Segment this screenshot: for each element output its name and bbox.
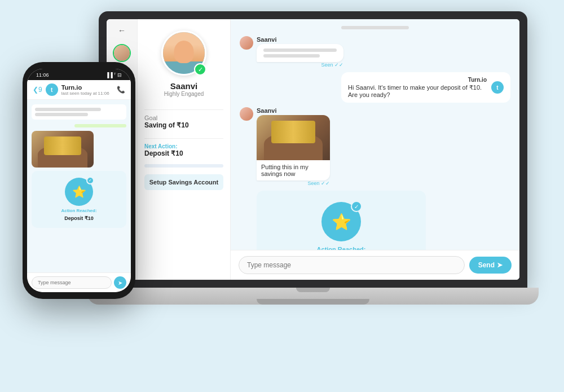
laptop-screen: ← ✓ Saanvi H: [107, 19, 519, 280]
profile-status: Highly Engaged: [164, 91, 204, 97]
star-shape: ⭐: [332, 213, 351, 231]
checkmark-badge: ✓: [351, 201, 362, 212]
msg-bubble-1: [257, 44, 343, 62]
profile-panel: ✓ Saanvi Highly Engaged Goal Saving of ₹…: [138, 19, 231, 280]
profile-name: Saanvi: [170, 81, 197, 91]
image-caption: Putting this in my savings now: [257, 160, 330, 180]
phone: 11:06 ▐▐ ᵀ ⊟ ❮9 t Turn.io last seen toda…: [23, 62, 135, 299]
phone-action-label: Action Reached:: [61, 208, 96, 213]
phone-message-input[interactable]: [32, 276, 112, 289]
divider-2: [144, 138, 223, 139]
phone-action-value: Deposit ₹10: [64, 215, 94, 221]
message-row-2: Turn.io Hi Saanvi. It's timer to make yo…: [240, 72, 510, 103]
phone-app-name: Turn.io: [61, 84, 113, 91]
message-row-3: Saanvi Putting this in my savings now Se…: [240, 107, 510, 186]
send-button[interactable]: Send ➤: [469, 257, 512, 274]
phone-status-bar: 11:06 ▐▐ ᵀ ⊟: [27, 69, 131, 80]
msg-sender-3: Saanvi: [257, 107, 330, 114]
turn-logo-phone: t: [46, 83, 58, 96]
laptop-body: ← ✓ Saanvi H: [99, 11, 527, 288]
chat-messages: Saanvi Seen ✓✓ Turn.io: [231, 19, 519, 250]
phone-send-button[interactable]: ➤: [114, 276, 126, 289]
turn-msg-text: Hi Saanvi. It's timer to make your depos…: [348, 84, 487, 98]
chat-input-bar: Send ➤: [231, 250, 519, 280]
divider-1: [144, 109, 223, 110]
message-input[interactable]: [239, 256, 465, 274]
saanvi-avatar-2: [240, 107, 253, 121]
phone-star-shape: ⭐: [72, 185, 86, 199]
phone-money-image: [32, 131, 94, 168]
phone-placeholder-2: [35, 113, 88, 116]
phone-hands-money: [32, 131, 94, 168]
phone-messages: ⭐ ✓ Action Reached: Deposit ₹10: [27, 100, 131, 272]
action-reached-label: Action Reached:: [317, 246, 366, 250]
phone-input-bar: ➤: [27, 272, 131, 292]
turn-message-bubble: Turn.io Hi Saanvi. It's timer to make yo…: [341, 72, 510, 103]
message-row-1: Saanvi Seen ✓✓: [240, 36, 510, 68]
msg-seen-1: Seen ✓✓: [257, 62, 343, 68]
phone-header: ❮9 t Turn.io last seen today at 11:06 📞: [27, 80, 131, 100]
image-bubble: Putting this in my savings now: [257, 115, 330, 180]
phone-sent-placeholder: [74, 124, 126, 127]
next-action-label: Next Action:: [144, 143, 178, 149]
next-action-value: Deposit ₹10: [144, 149, 183, 157]
goal-label: Goal: [144, 114, 157, 121]
money-image: [257, 115, 330, 160]
phone-checkmark: ✓: [86, 177, 94, 184]
star-achievement-icon: ⭐ ✓: [321, 202, 361, 241]
msg-seen-3: Seen ✓✓: [257, 180, 330, 186]
phone-time: 11:06: [36, 72, 49, 78]
setup-savings-button[interactable]: Setup Savings Account: [144, 174, 223, 190]
phone-header-text: Turn.io last seen today at 11:06: [61, 84, 113, 96]
contact-avatar-1[interactable]: [113, 44, 131, 62]
action-reached-bubble: ⭐ ✓ Action Reached: Deposit ₹10: [257, 191, 426, 250]
phone-back-icon[interactable]: ❮9: [33, 86, 42, 94]
phone-image-bubble: [32, 131, 94, 168]
profile-photo-wrapper: ✓: [161, 30, 206, 76]
hands-money-graphic: [257, 115, 330, 160]
phone-star-icon: ⭐ ✓: [65, 178, 93, 206]
back-arrow-icon[interactable]: ←: [118, 26, 126, 35]
phone-screen: 11:06 ▐▐ ᵀ ⊟ ❮9 t Turn.io last seen toda…: [27, 69, 131, 292]
phone-icons: ▐▐ ᵀ ⊟: [105, 72, 122, 78]
send-arrow-icon: ➤: [497, 261, 503, 269]
goal-value: Saving of ₹10: [144, 121, 189, 129]
saanvi-avatar-1: [240, 36, 253, 50]
msg-sender-1: Saanvi: [257, 36, 343, 43]
send-label: Send: [478, 261, 495, 269]
laptop: ← ✓ Saanvi H: [99, 11, 539, 344]
chat-panel: Saanvi Seen ✓✓ Turn.io: [231, 19, 519, 280]
phone-last-seen: last seen today at 11:06: [61, 91, 113, 96]
phone-action-bubble: ⭐ ✓ Action Reached: Deposit ₹10: [32, 171, 126, 228]
whatsapp-badge: ✓: [194, 63, 206, 76]
turn-logo: t: [491, 81, 504, 94]
laptop-hinge: [296, 288, 330, 292]
phone-call-icon[interactable]: 📞: [117, 86, 125, 94]
